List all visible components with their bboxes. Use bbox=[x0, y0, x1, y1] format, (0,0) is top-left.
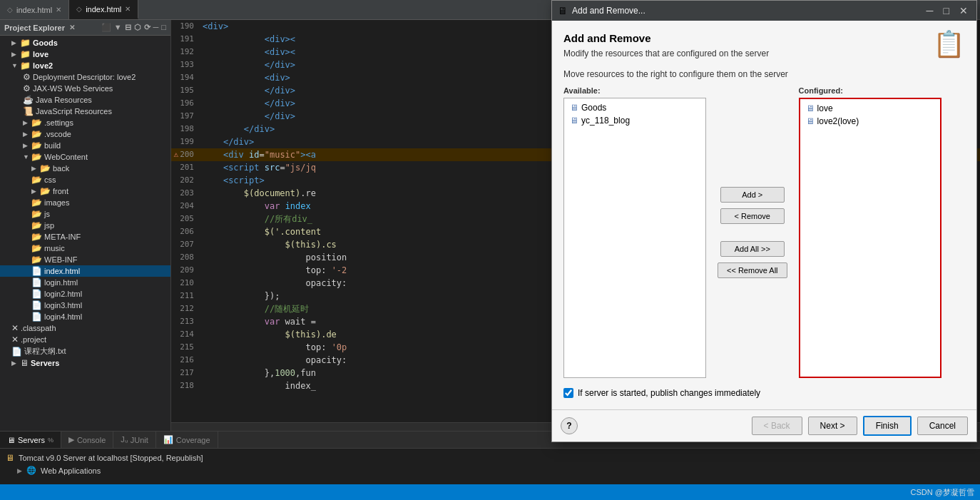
java-label: Java Resources bbox=[36, 96, 92, 104]
jsp-icon: 📂 bbox=[31, 220, 42, 230]
sidebar-item-deployment[interactable]: ⚙ Deployment Descriptor: love2 bbox=[0, 71, 170, 83]
add-all-button[interactable]: Add All >> bbox=[720, 241, 785, 257]
sidebar-item-servers[interactable]: ▶ 🖥 Servers bbox=[0, 357, 170, 369]
sidebar-maximize-icon[interactable]: □ bbox=[161, 23, 166, 32]
next-button[interactable]: Next > bbox=[808, 417, 857, 435]
sidebar-item-goods[interactable]: ▶ 📁 Goods bbox=[0, 37, 170, 49]
ln-206: 206 bbox=[171, 225, 200, 238]
back-label: back bbox=[53, 164, 69, 173]
tab2-close-icon[interactable]: ✕ bbox=[125, 5, 131, 13]
web-apps-label: Web Applications bbox=[41, 466, 101, 475]
sidebar-item-login2[interactable]: 📄 login2.html bbox=[0, 288, 170, 300]
back-button[interactable]: < Back bbox=[752, 417, 802, 435]
help-button[interactable]: ? bbox=[561, 417, 578, 434]
sidebar-item-meta[interactable]: 📂 META-INF bbox=[0, 231, 170, 243]
maximize-button[interactable]: □ bbox=[941, 5, 952, 16]
sidebar-item-webcontent[interactable]: ▼ 📂 WebContent bbox=[0, 151, 170, 163]
sidebar-item-jsp[interactable]: 📂 jsp bbox=[0, 220, 170, 231]
sidebar-menu-icon[interactable]: ▼ bbox=[114, 23, 122, 32]
cancel-button[interactable]: Cancel bbox=[917, 417, 968, 435]
bottom-tab-servers[interactable]: 🖥 Servers % bbox=[0, 432, 61, 448]
sidebar-item-settings[interactable]: ▶ 📂 .settings bbox=[0, 117, 170, 128]
love-icon: 🖥 bbox=[806, 103, 815, 113]
sidebar-item-index-html[interactable]: 📄 index.html bbox=[0, 265, 170, 277]
tab1-prefix: ◇ bbox=[7, 6, 13, 14]
ln-207: 207 bbox=[171, 238, 200, 251]
love2-arrow: ▼ bbox=[11, 62, 20, 69]
configured-list[interactable]: 🖥 love 🖥 love2(love) bbox=[799, 98, 941, 378]
sidebar-item-login4[interactable]: 📄 login4.html bbox=[0, 311, 170, 322]
finish-button[interactable]: Finish bbox=[863, 416, 912, 436]
bottom-tab-junit[interactable]: Jᵤ JUnit bbox=[113, 432, 156, 448]
tab1-close-icon[interactable]: ✕ bbox=[56, 6, 61, 14]
configured-item-love2[interactable]: 🖥 love2(love) bbox=[803, 115, 937, 128]
ln-210: 210 bbox=[171, 277, 200, 290]
configured-item-love-label: love bbox=[817, 103, 833, 113]
login4-html-icon: 📄 bbox=[31, 312, 42, 322]
settings-arrow: ▶ bbox=[23, 119, 31, 126]
sidebar-item-login[interactable]: 📄 login.html bbox=[0, 277, 170, 288]
sidebar-item-login3[interactable]: 📄 login3.html bbox=[0, 300, 170, 311]
yc-icon: 🖥 bbox=[570, 116, 578, 126]
sidebar-item-jsres[interactable]: 📜 JavaScript Resources bbox=[0, 106, 170, 117]
sidebar-item-course[interactable]: 📄 课程大纲.txt bbox=[0, 345, 170, 357]
editor-tab-2[interactable]: ◇ index.html ✕ bbox=[69, 0, 138, 19]
login3-html-icon: 📄 bbox=[31, 300, 42, 310]
sidebar-item-classpath[interactable]: ✕ .classpath bbox=[0, 322, 170, 334]
publish-checkbox[interactable] bbox=[563, 388, 573, 398]
ln-193: 193 bbox=[171, 58, 200, 71]
available-item-goods[interactable]: 🖥 Goods bbox=[567, 101, 703, 114]
editor-tab-1[interactable]: ◇ index.html ✕ bbox=[0, 0, 69, 19]
add-button[interactable]: Add > bbox=[720, 187, 785, 203]
servers-icon: 🖥 bbox=[20, 358, 29, 368]
js-icon: 📂 bbox=[31, 209, 42, 219]
minimize-button[interactable]: ─ bbox=[924, 5, 936, 16]
sidebar-item-java[interactable]: ☕ Java Resources bbox=[0, 94, 170, 106]
sidebar-item-project[interactable]: ✕ .project bbox=[0, 334, 170, 345]
goods-arrow: ▶ bbox=[11, 39, 20, 46]
deployment-label: Deployment Descriptor: love2 bbox=[33, 73, 136, 81]
configured-col: Configured: 🖥 love 🖥 love2(love) bbox=[799, 86, 941, 378]
sidebar-link-icon[interactable]: ⬡ bbox=[134, 23, 141, 32]
meta-label: META-INF bbox=[44, 233, 81, 241]
sidebar-item-back[interactable]: ▶ 📂 back bbox=[0, 163, 170, 174]
sidebar-sync-icon[interactable]: ⟳ bbox=[144, 23, 150, 32]
back-folder-icon: 📂 bbox=[40, 163, 51, 173]
sidebar-item-music[interactable]: 📂 music bbox=[0, 243, 170, 254]
sidebar-item-vscode[interactable]: ▶ 📂 .vscode bbox=[0, 128, 170, 140]
sidebar-close-icon[interactable]: ✕ bbox=[69, 24, 75, 31]
available-list[interactable]: 🖥 Goods 🖥 yc_118_blog bbox=[563, 98, 706, 378]
sidebar-item-build[interactable]: ▶ 📂 build bbox=[0, 140, 170, 151]
add-remove-dialog[interactable]: 🖥 Add and Remove... ─ □ ✕ Add and Remove… bbox=[551, 0, 977, 442]
remove-all-button[interactable]: << Remove All bbox=[718, 262, 787, 278]
love2-project-icon: 📁 bbox=[20, 61, 31, 71]
bottom-tab-coverage[interactable]: 📊 Coverage bbox=[156, 432, 218, 448]
server-item[interactable]: 🖥 Tomcat v9.0 Server at localhost [Stopp… bbox=[6, 451, 974, 464]
web-apps-item[interactable]: ▶ 🌐 Web Applications bbox=[6, 464, 974, 475]
webcontent-icon: 📂 bbox=[31, 152, 42, 162]
close-dialog-button[interactable]: ✕ bbox=[956, 5, 971, 16]
configured-item-love[interactable]: 🖥 love bbox=[803, 102, 937, 115]
sidebar-item-images[interactable]: 📂 images bbox=[0, 197, 170, 208]
sidebar-item-js[interactable]: 📂 js bbox=[0, 208, 170, 220]
sidebar-item-front[interactable]: ▶ 📂 front bbox=[0, 185, 170, 197]
sidebar-filter-icon[interactable]: ⊟ bbox=[125, 23, 131, 32]
bottom-tab-console[interactable]: ▶ Console bbox=[61, 432, 113, 448]
love2-icon: 🖥 bbox=[806, 116, 815, 126]
project-icon: ✕ bbox=[11, 335, 19, 345]
bottom-content: 🖥 Tomcat v9.0 Server at localhost [Stopp… bbox=[0, 449, 980, 484]
sidebar-item-webinf[interactable]: 📂 WEB-INF bbox=[0, 254, 170, 265]
webinf-label: WEB-INF bbox=[44, 255, 77, 264]
sidebar-minimize-icon[interactable]: ─ bbox=[153, 23, 159, 32]
sidebar-item-css[interactable]: 📂 css bbox=[0, 174, 170, 185]
available-item-yc-label: yc_118_blog bbox=[581, 116, 630, 126]
sidebar-collapse-icon[interactable]: ⬛ bbox=[101, 23, 111, 32]
ln-204: 204 bbox=[171, 200, 200, 213]
tab1-label: index.html bbox=[16, 6, 52, 14]
sidebar-item-love2[interactable]: ▼ 📁 love2 bbox=[0, 60, 170, 71]
available-item-yc[interactable]: 🖥 yc_118_blog bbox=[567, 114, 703, 127]
sidebar-item-love[interactable]: ▶ 📁 love bbox=[0, 49, 170, 60]
sidebar-item-jax[interactable]: ⚙ JAX-WS Web Services bbox=[0, 83, 170, 94]
remove-button[interactable]: < Remove bbox=[720, 208, 785, 224]
jax-label: JAX-WS Web Services bbox=[33, 84, 113, 93]
